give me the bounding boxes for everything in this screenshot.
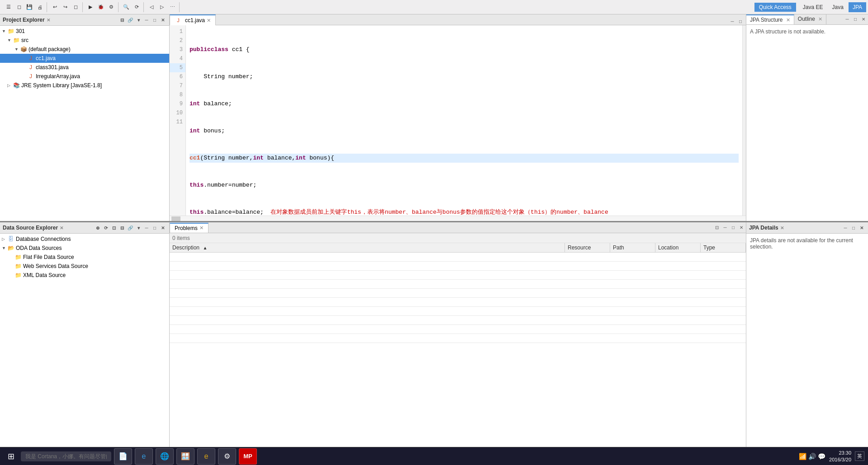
problems-row-empty-1	[170, 253, 746, 262]
outline-close-icon[interactable]: ✕	[818, 16, 822, 22]
tree-item-db-connections[interactable]: ▷ 🗄 Database Connections	[0, 235, 169, 244]
toolbar-btn-ref[interactable]: ⟳	[132, 2, 142, 12]
jpa-details-minimize-icon[interactable]: ─	[842, 224, 849, 231]
dse-maximize-icon[interactable]: □	[151, 224, 158, 231]
dse-close-panel-icon[interactable]: ✕	[159, 224, 166, 231]
expand-arrow-301[interactable]: ▼	[2, 29, 7, 33]
right-panel-minimize-icon[interactable]: ─	[844, 15, 851, 23]
start-button[interactable]: ⊞	[4, 449, 18, 464]
dse-connect-icon[interactable]: ⊕	[94, 224, 101, 231]
panel-menu-icon[interactable]: ▾	[135, 16, 142, 23]
link-editor-icon[interactable]: 🔗	[127, 16, 134, 23]
taskbar-app-store[interactable]: 🪟	[176, 448, 194, 465]
taskbar-app-settings[interactable]: ⚙	[218, 448, 236, 465]
tab-jpa-structure[interactable]: JPA Structure ✕	[746, 14, 794, 24]
perspective-jpa[interactable]: JPA	[849, 2, 866, 12]
dse-refresh-icon[interactable]: ⟳	[102, 224, 109, 231]
jpa-details-maximize-icon[interactable]: □	[850, 224, 857, 231]
tree-item-xml[interactable]: ▷ 📁 XML Data Source	[0, 271, 169, 280]
right-panel-close-icon[interactable]: ✕	[860, 15, 867, 23]
toolbar-btn-run[interactable]: ▶	[85, 2, 95, 12]
tree-item-src[interactable]: ▼ 📁 src	[0, 36, 169, 45]
collapse-all-icon[interactable]: ⊟	[119, 16, 126, 23]
problems-maximize-icon[interactable]: □	[730, 224, 737, 231]
toolbar-btn-nav[interactable]: ◻	[71, 2, 81, 12]
problems-close-icon[interactable]: ✕	[199, 225, 204, 231]
taskbar-time-display[interactable]: 23:30 2016/3/20	[829, 450, 851, 463]
expand-arrow-src[interactable]: ▼	[7, 38, 13, 42]
toolbar-btn-search[interactable]: 🔍	[121, 2, 131, 12]
tree-item-flat-file[interactable]: ▷ 📁 Flat File Data Source	[0, 253, 169, 262]
dse-menu-icon[interactable]: ▾	[135, 224, 142, 231]
maximize-panel-icon[interactable]: □	[151, 16, 158, 23]
col-type[interactable]: Type	[701, 243, 746, 252]
dse-collapse-icon[interactable]: ⊟	[119, 224, 126, 231]
taskbar-app-browser[interactable]: 🌐	[156, 448, 174, 465]
toolbar-btn-2[interactable]: ◻	[14, 2, 24, 12]
toolbar-btn-4[interactable]: 🖨	[35, 2, 45, 12]
expand-arrow-db[interactable]: ▷	[2, 237, 7, 241]
project-explorer-tree: ▼ 📁 301 ▼ 📁 src ▼ 📦 (default package)	[0, 26, 169, 221]
toolbar-btn-back[interactable]: ◁	[147, 2, 157, 12]
toolbar-btn-hist[interactable]: ⋯	[167, 2, 177, 12]
hscroll-thumb[interactable]	[171, 216, 180, 221]
toolbar-btn-3[interactable]: 💾	[24, 2, 34, 12]
dse-minimize-icon[interactable]: ─	[143, 224, 150, 231]
tree-item-301[interactable]: ▼ 📁 301	[0, 27, 169, 36]
expand-arrow-oda[interactable]: ▼	[2, 246, 7, 250]
expand-arrow-jre[interactable]: ▷	[7, 83, 13, 88]
editor-hscroll[interactable]	[170, 216, 746, 221]
toolbar-btn-fwd[interactable]: ▷	[157, 2, 167, 12]
tree-item-class301-java[interactable]: ▷ J class301.java	[0, 63, 169, 72]
tree-item-jre-library[interactable]: ▷ 📚 JRE System Library [JavaSE-1.8]	[0, 81, 169, 90]
network-icon[interactable]: 📶	[799, 453, 806, 460]
problems-minimize-icon[interactable]: ─	[721, 224, 729, 231]
tree-item-cc1-java[interactable]: ▷ J cc1.java	[0, 54, 169, 63]
right-panel-maximize-icon[interactable]: □	[852, 15, 859, 23]
code-editor[interactable]: public class cc1 { String number; int ba…	[186, 25, 742, 216]
toolbar-btn-1[interactable]: ☰	[4, 2, 14, 12]
tree-item-web-services[interactable]: ▷ 📁 Web Services Data Source	[0, 262, 169, 271]
editor-minimize-icon[interactable]: ─	[729, 18, 736, 25]
problems-close-panel-icon[interactable]: ✕	[738, 224, 745, 231]
toolbar-btn-build[interactable]: ⚙	[106, 2, 116, 12]
perspective-java-ee[interactable]: Java EE	[799, 2, 827, 12]
toolbar-btn-debug[interactable]: 🐞	[96, 2, 106, 12]
volume-icon[interactable]: 🔊	[808, 453, 816, 460]
taskbar-app-files[interactable]: 📄	[114, 448, 132, 465]
perspective-java[interactable]: Java	[828, 2, 848, 12]
editor-maximize-icon[interactable]: □	[737, 18, 744, 25]
expand-arrow-default-package[interactable]: ▼	[14, 47, 20, 52]
toolbar-btn-redo[interactable]: ↪	[60, 2, 70, 12]
close-panel-icon[interactable]: ✕	[159, 16, 166, 23]
quick-access-button[interactable]: Quick Access	[754, 3, 796, 12]
editor-tab-close-icon[interactable]: ✕	[207, 18, 211, 23]
taskbar-app-mp[interactable]: MP	[239, 448, 257, 465]
tree-item-default-package[interactable]: ▼ 📦 (default package)	[0, 45, 169, 54]
col-resource[interactable]: Resource	[565, 243, 610, 252]
editor-tab-bar: J cc1.java ✕ ─ □	[170, 14, 746, 25]
toolbar-btn-undo[interactable]: ↩	[50, 2, 60, 12]
taskbar-search-input[interactable]	[21, 451, 111, 461]
language-indicator[interactable]: 英	[855, 451, 864, 461]
jpa-details-close-panel-icon[interactable]: ✕	[858, 224, 865, 231]
tree-item-irregulararray-java[interactable]: ▷ J IrregularArray.java	[0, 72, 169, 81]
editor-tab-cc1[interactable]: J cc1.java ✕	[170, 14, 216, 25]
tab-outline[interactable]: Outline ✕	[794, 14, 826, 24]
problems-filter-icon[interactable]: ⊡	[713, 224, 721, 231]
taskbar-app-ie[interactable]: e	[197, 448, 215, 465]
tree-label-db-connections: Database Connections	[16, 236, 71, 242]
dse-filter-icon[interactable]: ⊡	[110, 224, 118, 231]
col-description[interactable]: Description ▲	[170, 243, 565, 252]
tab-problems[interactable]: Problems ✕	[170, 223, 209, 233]
editor-content[interactable]: 1 2 3 4 5 6 7 8 9 10 11 public class cc1…	[170, 25, 746, 216]
jpa-structure-close-icon[interactable]: ✕	[786, 17, 790, 23]
minimize-panel-icon[interactable]: ─	[143, 16, 150, 23]
action-center-icon[interactable]: 💬	[818, 453, 825, 460]
tree-item-oda[interactable]: ▼ 📂 ODA Data Sources	[0, 244, 169, 253]
col-location[interactable]: Location	[655, 243, 701, 252]
col-path[interactable]: Path	[610, 243, 655, 252]
dse-link-icon[interactable]: 🔗	[127, 224, 134, 231]
taskbar-app-edge[interactable]: e	[135, 448, 153, 465]
problems-row-empty-5	[170, 289, 746, 298]
